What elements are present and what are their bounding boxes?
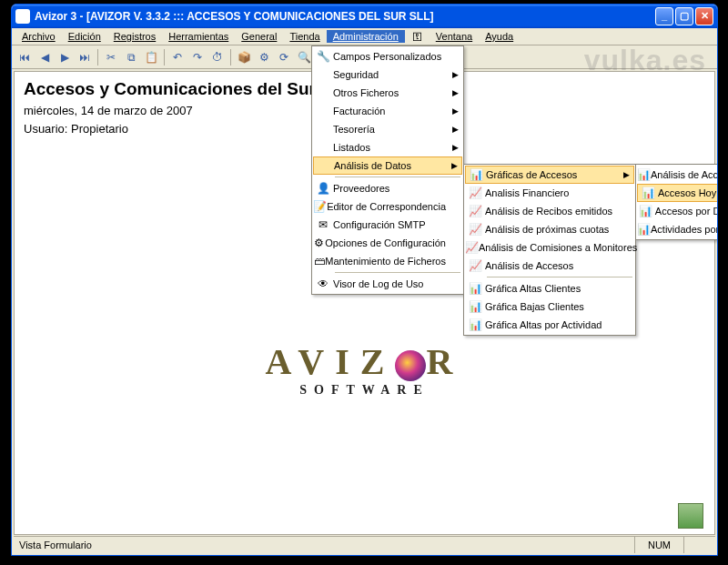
app-icon — [15, 9, 30, 24]
admin-item-5[interactable]: Listados▶ — [313, 138, 462, 156]
menu-analisis-dropdown: 📊Gráficas de Accesos▶📈Analisis Financier… — [463, 164, 636, 336]
menu-item-icon: 👤 — [313, 182, 333, 195]
analisis-item-6[interactable]: 📊Gráfica Altas Clientes — [465, 279, 634, 298]
menu-ventana[interactable]: Ventana — [430, 30, 479, 43]
menu-item-label: Opciones de Configuración — [325, 237, 446, 248]
tb-copy[interactable]: ⧉ — [122, 48, 140, 66]
admin-item-9[interactable]: ✉Configuración SMTP — [313, 216, 462, 234]
submenu-arrow-icon: ▶ — [452, 143, 459, 152]
menu-item-label: Mantenimiento de Ficheros — [325, 256, 446, 267]
submenu-arrow-icon: ▶ — [452, 88, 459, 97]
menu-item-icon: 📊 — [465, 282, 485, 295]
tb-gear[interactable]: ⚙ — [255, 48, 273, 66]
logo: AVIZR SOFTWARE — [15, 340, 714, 398]
graficas-item-2[interactable]: 📊Accesos por Días — [637, 202, 718, 220]
menu-item-icon: 📊 — [637, 223, 651, 236]
close-button[interactable]: ✕ — [695, 7, 713, 25]
submenu-arrow-icon: ▶ — [452, 70, 459, 79]
tb-first[interactable]: ⏮ — [15, 48, 34, 66]
tb-paste[interactable]: 📋 — [142, 48, 160, 66]
menu-item-label: Configuración SMTP — [333, 219, 426, 230]
menu-item-icon: 📊 — [465, 318, 485, 331]
menu-graficas-dropdown: 📊Análisis de Accesos📊Accesos Hoy📊Accesos… — [635, 164, 718, 240]
logo-subtitle: SOFTWARE — [15, 383, 714, 398]
menu-archivo[interactable]: Archivo — [15, 30, 62, 43]
graficas-item-0[interactable]: 📊Análisis de Accesos — [637, 166, 718, 184]
tb-clock[interactable]: ⏱ — [208, 48, 227, 66]
menu-item-icon: ✉ — [313, 218, 333, 231]
tb-refresh[interactable]: ⟳ — [275, 48, 293, 66]
menu-item-label: Gráficas de Accesos — [486, 169, 577, 180]
menu-item-icon: 📈 — [465, 205, 485, 217]
menu-item-label: Visor de Log de Uso — [333, 278, 423, 289]
window-title: Avizor 3 - [AVIZOR V. 3.3.2 ::: ACCESOS … — [35, 10, 655, 23]
menu-general[interactable]: General — [235, 30, 283, 43]
tb-undo[interactable]: ↶ — [168, 48, 187, 66]
menu-tienda[interactable]: Tienda — [283, 30, 326, 43]
status-num: NUM — [634, 537, 683, 553]
menu-item-icon: 📝 — [313, 200, 327, 213]
analisis-item-8[interactable]: 📊Gráfica Altas por Actividad — [465, 316, 634, 334]
menu-item-label: Análisis de Recibos emitidos — [485, 206, 612, 217]
admin-item-8[interactable]: 📝Editor de Correspondencia — [313, 197, 462, 216]
tb-last[interactable]: ⏭ — [76, 48, 94, 66]
submenu-arrow-icon: ▶ — [452, 106, 459, 116]
tb-box[interactable]: 📦 — [235, 48, 253, 66]
tb-sep — [97, 49, 98, 66]
menu-administracion-dropdown: 🔧Campos PersonalizadosSeguridad▶Otros Fi… — [311, 45, 464, 295]
analisis-item-5[interactable]: 📈Análisis de Accesos — [465, 257, 634, 275]
admin-item-12[interactable]: 👁Visor de Log de Uso — [313, 275, 462, 293]
admin-item-11[interactable]: 🗃Mantenimiento de Ficheros — [313, 252, 462, 270]
tb-prev[interactable]: ◀ — [35, 48, 54, 66]
admin-item-10[interactable]: ⚙Opciones de Configuración — [313, 234, 462, 252]
menu-ayuda[interactable]: Ayuda — [479, 30, 520, 43]
admin-item-6[interactable]: Análisis de Datos▶ — [313, 156, 462, 175]
tb-cut[interactable]: ✂ — [102, 48, 120, 66]
graficas-item-1[interactable]: 📊Accesos Hoy — [637, 184, 718, 202]
tb-sep2 — [164, 49, 165, 66]
admin-item-0[interactable]: 🔧Campos Personalizados — [313, 47, 462, 66]
menu-item-label: Análisis de Accesos — [651, 169, 718, 180]
titlebar: Avizor 3 - [AVIZOR V. 3.3.2 ::: ACCESOS … — [12, 5, 717, 28]
analisis-item-3[interactable]: 📈Análisis de próximas cuotas — [465, 220, 634, 238]
user-value: Propietario — [71, 122, 128, 136]
tb-redo[interactable]: ↷ — [188, 48, 207, 66]
key-icon[interactable]: ⚿ — [405, 30, 430, 43]
menu-item-label: Gráfica Bajas Clientes — [485, 301, 584, 312]
analisis-item-2[interactable]: 📈Análisis de Recibos emitidos — [465, 202, 634, 220]
minimize-button[interactable]: _ — [655, 7, 673, 25]
app-window: Avizor 3 - [AVIZOR V. 3.3.2 ::: ACCESOS … — [11, 4, 718, 556]
admin-item-3[interactable]: Facturación▶ — [313, 102, 462, 120]
menu-administracion[interactable]: Administración — [327, 30, 405, 43]
menu-separator — [335, 177, 460, 177]
menu-item-icon: 📈 — [465, 223, 485, 236]
menu-item-label: Gráfica Altas por Actividad — [485, 319, 602, 330]
tb-search[interactable]: 🔍 — [295, 48, 313, 66]
menu-item-label: Analisis Financiero — [485, 187, 569, 198]
menu-herramientas[interactable]: Herramientas — [162, 30, 235, 43]
menu-item-icon: 📊 — [637, 205, 655, 217]
tb-sep3 — [230, 49, 231, 66]
graficas-item-3[interactable]: 📊Actividades por Meses — [637, 220, 718, 238]
menu-edicion[interactable]: Edición — [62, 30, 107, 43]
menu-item-icon: 📊 — [637, 168, 651, 181]
analisis-item-7[interactable]: 📊Gráfica Bajas Clientes — [465, 298, 634, 316]
analisis-item-4[interactable]: 📈Análisis de Comisiones a Monitores — [465, 238, 634, 257]
admin-item-2[interactable]: Otros Ficheros▶ — [313, 84, 462, 102]
menu-item-icon: ⚙ — [313, 237, 325, 249]
analisis-item-0[interactable]: 📊Gráficas de Accesos▶ — [465, 166, 634, 184]
maximize-button[interactable]: ▢ — [675, 7, 693, 25]
submenu-arrow-icon: ▶ — [623, 170, 630, 179]
exit-icon[interactable] — [678, 503, 703, 529]
analisis-item-1[interactable]: 📈Analisis Financiero — [465, 184, 634, 202]
menu-item-label: Accesos Hoy — [658, 187, 716, 198]
menu-item-label: Listados — [333, 142, 370, 153]
admin-item-4[interactable]: Tesorería▶ — [313, 120, 462, 138]
admin-item-1[interactable]: Seguridad▶ — [313, 66, 462, 84]
menu-item-label: Actividades por Meses — [651, 224, 718, 235]
menu-registros[interactable]: Registros — [107, 30, 162, 43]
menu-item-icon: 📊 — [466, 168, 486, 181]
admin-item-7[interactable]: 👤Proveedores — [313, 179, 462, 197]
tb-next[interactable]: ▶ — [56, 48, 74, 66]
menu-item-label: Otros Ficheros — [333, 87, 399, 98]
